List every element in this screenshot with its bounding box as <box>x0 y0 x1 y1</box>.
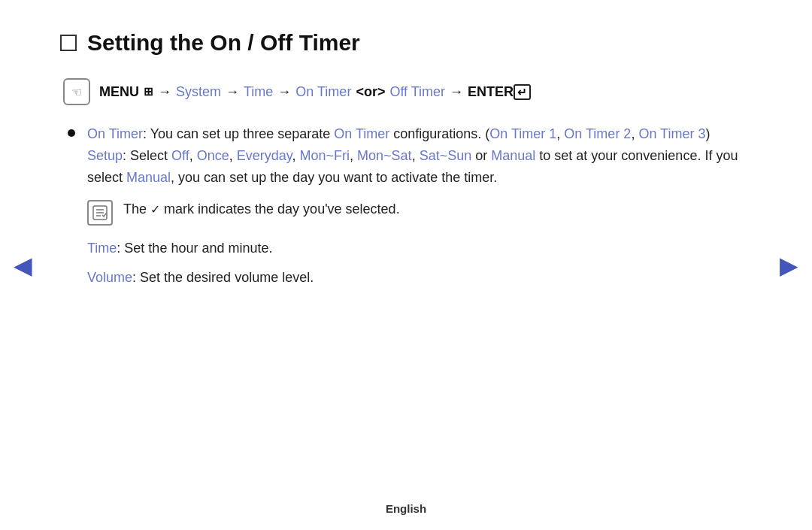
bullet-text1: : You can set up three separate <box>143 126 334 141</box>
sat-sun-option: Sat~Sun <box>420 148 472 163</box>
bullet-item: On Timer: You can set up three separate … <box>68 123 752 188</box>
menu-icon: ☜ <box>63 78 90 105</box>
page-container: Setting the On / Off Timer ☜ MENU⊞ → Sys… <box>0 0 812 530</box>
on-timer-label: On Timer <box>295 84 351 100</box>
time-text: : Set the hour and minute. <box>117 241 272 256</box>
comma-everyday: , <box>292 148 300 163</box>
arrow-3: → <box>277 84 291 100</box>
everyday-option: Everyday <box>237 148 292 163</box>
title-row: Setting the On / Off Timer <box>60 30 752 56</box>
title-checkbox <box>60 35 77 51</box>
on-timer-1: On Timer 1 <box>489 126 556 141</box>
time-line: Time: Set the hour and minute. <box>87 238 752 259</box>
volume-text: : Set the desired volume level. <box>132 270 314 285</box>
comma-off: , <box>189 148 197 163</box>
setup-text1: : Select <box>123 148 171 163</box>
off-option: Off <box>171 148 189 163</box>
nav-arrow-right[interactable]: ▶ <box>780 251 798 280</box>
page-title: Setting the On / Off Timer <box>87 30 360 56</box>
mon-fri-option: Mon~Fri <box>300 148 350 163</box>
on-timer-3: On Timer 3 <box>638 126 705 141</box>
manual2-option: Manual <box>126 170 171 185</box>
on-timer-2: On Timer 2 <box>564 126 631 141</box>
nav-arrow-left[interactable]: ◀ <box>14 251 32 280</box>
volume-label-text: Volume <box>87 270 132 285</box>
comma-once: , <box>229 148 237 163</box>
note-icon <box>87 200 113 226</box>
system-label: System <box>176 84 221 100</box>
arrow-1: → <box>158 84 171 100</box>
comma1: , <box>556 126 564 141</box>
volume-line: Volume: Set the desired volume level. <box>87 267 752 289</box>
note-text-before: The <box>123 201 150 217</box>
arrow-2: → <box>226 84 239 100</box>
content-area: On Timer: You can set up three separate … <box>68 123 752 289</box>
on-timer-intro-label: On Timer <box>87 126 143 141</box>
checkmark-symbol: ✓ <box>150 203 160 216</box>
bullet-content: On Timer: You can set up three separate … <box>87 123 752 188</box>
or-word: or <box>471 148 491 163</box>
comma-mon-sat: , <box>412 148 420 163</box>
menu-path-row: ☜ MENU⊞ → System → Time → On Timer <or> … <box>63 78 752 105</box>
setup-label: Setup <box>87 148 123 163</box>
comma2: , <box>631 126 638 141</box>
once-option: Once <box>197 148 229 163</box>
time-label-text: Time <box>87 241 117 256</box>
off-timer-label: Off Timer <box>389 84 445 100</box>
note-row: The ✓ mark indicates the day you've sele… <box>87 198 752 226</box>
bullet-dot <box>68 129 75 137</box>
menu-grid-icon: ⊞ <box>144 85 153 98</box>
arrow-4: → <box>450 84 463 100</box>
note-text: The ✓ mark indicates the day you've sele… <box>123 198 400 220</box>
close-paren: ) <box>705 126 710 141</box>
comma-mon-fri: , <box>350 148 357 163</box>
bullet-text2: configurations. ( <box>389 126 489 141</box>
on-timer-ref: On Timer <box>334 126 389 141</box>
setup-text3: , you can set up the day you want to act… <box>171 170 497 185</box>
time-label: Time <box>244 84 273 100</box>
menu-label: MENU <box>99 84 139 100</box>
manual-option: Manual <box>491 148 535 163</box>
note-text-after: mark indicates the day you've selected. <box>160 201 400 217</box>
enter-label: ENTER↵ <box>468 84 531 100</box>
mon-sat-option: Mon~Sat <box>357 148 412 163</box>
or-label: <or> <box>356 84 385 100</box>
footer-language: English <box>386 502 426 515</box>
